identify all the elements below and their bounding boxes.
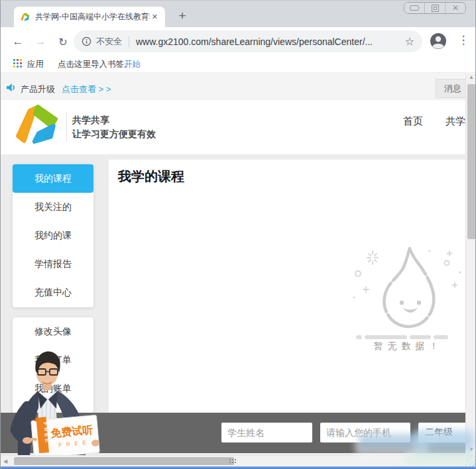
minimize-button[interactable] — [404, 3, 424, 13]
page-title: 我学的课程 — [118, 168, 184, 185]
sidebar-item-study-report[interactable]: 学情报告 — [13, 250, 93, 278]
nav-gongxue[interactable]: 共学 — [446, 115, 465, 128]
sidebar-item-recharge-center[interactable]: 充值中心 — [13, 278, 93, 307]
brand-divider — [66, 111, 67, 142]
scroll-down-icon[interactable]: ▼ — [466, 446, 476, 452]
maximize-button[interactable] — [424, 3, 445, 13]
resize-grip[interactable] — [465, 455, 476, 466]
empty-state-text: 暂无数据！ — [350, 340, 467, 352]
import-bookmarks-hint: 点击这里导入书签。 — [58, 59, 133, 70]
address-bar[interactable]: 不安全 www.gx2100.com/shareLearning/views/p… — [74, 30, 422, 52]
browser-menu-icon[interactable]: ⋮ — [457, 33, 470, 47]
forward-icon[interactable]: → — [32, 34, 48, 50]
sidebar-item-my-follows[interactable]: 我关注的 — [13, 193, 93, 221]
site-favicon — [21, 13, 30, 22]
tab-close-icon[interactable]: ✕ — [150, 11, 160, 23]
bookmark-star-icon[interactable]: ☆ — [405, 35, 414, 48]
vertical-scrollbar[interactable]: ▲ ▼ — [465, 72, 476, 455]
url-text[interactable]: www.gx2100.com/shareLearning/views/perso… — [136, 36, 400, 47]
browser-tab[interactable]: 共学网-中国高端中小学在线教育辅 ✕ — [14, 7, 165, 27]
thumb-grip — [229, 459, 231, 460]
security-label[interactable]: 不安全 — [96, 36, 122, 48]
free-trial-sign: FREE 免费试听 F R E E — [30, 413, 100, 458]
apps-grid-icon[interactable] — [13, 59, 22, 68]
sidebar-item-change-avatar[interactable]: 修改头像 — [13, 317, 93, 346]
tab-title: 共学网-中国高端中小学在线教育辅 — [35, 11, 150, 23]
nav-home[interactable]: 首页 — [403, 115, 423, 128]
horizontal-scrollbar[interactable]: ◀ — [1, 455, 476, 466]
reload-icon[interactable]: ↻ — [55, 34, 71, 50]
apps-label[interactable]: 应用 — [27, 59, 44, 70]
info-icon — [82, 36, 91, 46]
sidebar-item-my-bookings[interactable]: 我约的课 — [13, 221, 93, 250]
maximize-icon — [432, 5, 439, 12]
scroll-up-icon[interactable]: ▲ — [466, 74, 476, 80]
site-logo[interactable] — [15, 105, 59, 147]
grade-select[interactable]: 二年级 — [418, 423, 471, 443]
horizontal-scrollbar-thumb[interactable] — [14, 457, 234, 465]
brand-slogan: 让学习更方便更有效 — [72, 129, 156, 140]
sidebar-item-my-courses[interactable]: 我的课程 — [13, 164, 93, 193]
promo-teacher-photo: FREE 免费试听 F R E E — [1, 345, 103, 458]
empty-state-illustration — [350, 244, 467, 341]
speaker-icon — [6, 83, 17, 93]
view-upgrade-link[interactable]: 点击查看 > > — [62, 83, 111, 95]
browser-window: 共学网-中国高端中小学在线教育辅 ✕ + ✕ ← → ↻ 不安全 www.gx2… — [0, 0, 476, 469]
close-button[interactable]: ✕ — [445, 3, 465, 13]
upgrade-label: 产品升级 — [21, 83, 55, 95]
minimize-icon — [410, 5, 419, 11]
start-link[interactable]: 开始 — [124, 59, 141, 70]
profile-avatar-icon[interactable] — [429, 32, 447, 50]
phone-input[interactable] — [320, 423, 410, 443]
scroll-left-icon[interactable]: ◀ — [3, 458, 7, 464]
brand-title: 共学共享 — [72, 115, 109, 127]
omnibox-divider — [129, 36, 129, 47]
close-icon: ✕ — [452, 4, 459, 12]
vertical-scrollbar-thumb[interactable] — [467, 84, 475, 239]
window-controls: ✕ — [404, 2, 466, 14]
sidebar-menu-primary: 我的课程 我关注的 我约的课 学情报告 充值中心 — [13, 164, 93, 307]
student-name-input[interactable] — [221, 423, 312, 443]
titlebar: 共学网-中国高端中小学在线教育辅 ✕ + ✕ — [1, 1, 475, 27]
new-tab-button[interactable]: + — [174, 8, 190, 24]
window-bottom-border — [1, 466, 475, 469]
back-icon[interactable]: ← — [10, 34, 26, 50]
